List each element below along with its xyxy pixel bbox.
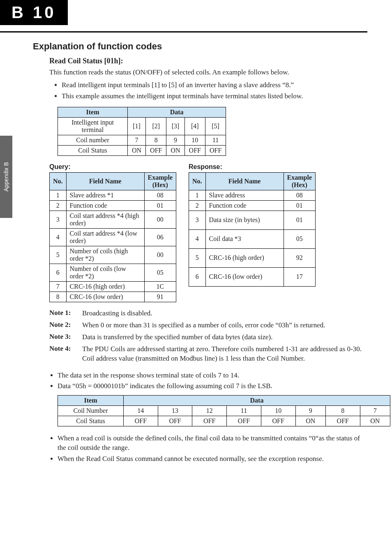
tab-letter: B	[12, 3, 26, 21]
content: Explanation of function codes Read Coil …	[33, 41, 367, 464]
cell: OFF	[205, 145, 226, 155]
bullet-item: This example assumes the intelligent inp…	[62, 92, 367, 101]
cell: [2]	[146, 117, 166, 135]
cell: 11	[205, 135, 226, 145]
cell: OFF	[184, 145, 205, 155]
cell: 13	[158, 406, 192, 416]
bullet-item: When the Read Coil Status command cannot…	[58, 454, 367, 464]
table-row: Intelligent input terminal [1] [2] [3] […	[58, 117, 226, 135]
table-header-data: Data	[124, 396, 390, 406]
cell: OFF	[261, 416, 295, 426]
query-title: Query:	[49, 163, 176, 171]
table-row: Coil Status ON OFF ON OFF OFF	[58, 145, 226, 155]
cell: 7	[128, 135, 146, 145]
table-row: 5CRC-16 (high order)92	[189, 248, 316, 267]
cell: OFF	[325, 416, 360, 426]
table-row: 6Number of coils (low order *2)05	[50, 264, 176, 281]
cell: ON	[295, 416, 325, 426]
bullet-item: Read intelligent input terminals [1] to …	[62, 81, 367, 90]
cell: 10	[184, 135, 205, 145]
cell: OFF	[146, 145, 166, 155]
note-label: Note 2:	[49, 321, 82, 330]
intro-paragraph: This function reads the status (ON/OFF) …	[49, 68, 367, 77]
cell: ON	[128, 145, 146, 155]
query-column: Query: No. Field Name Example (Hex) 1Sla…	[49, 163, 176, 302]
response-title: Response:	[189, 163, 316, 171]
col-header: No.	[50, 172, 67, 190]
table-header-item: Item	[58, 396, 124, 406]
table-row: 2Function code01	[50, 200, 176, 211]
cell: [4]	[184, 117, 205, 135]
note-text: Data is transferred by the specified num…	[82, 333, 367, 342]
row-label: Coil Status	[58, 145, 128, 155]
response-table: No. Field Name Example (Hex) 1Slave addr…	[189, 172, 316, 287]
note-row: Note 4:The PDU Coils are addressed start…	[49, 345, 367, 364]
cell: 9	[295, 406, 325, 416]
cell: OFF	[192, 416, 227, 426]
intelligent-input-table: Item Data Intelligent input terminal [1]…	[58, 107, 226, 156]
side-tab: Appendix B	[0, 136, 12, 218]
table-row: 1Slave address08	[189, 190, 316, 200]
col-header: Field Name	[66, 172, 144, 190]
coil-status-table: Item Data Coil Number 14 13 12 11 10 9 8…	[58, 395, 390, 426]
table-row: 1Slave address *108	[50, 190, 176, 200]
table-row: 3Coil start address *4 (high order)00	[50, 211, 176, 228]
cell: 9	[166, 135, 184, 145]
note-text: Broadcasting is disabled.	[82, 309, 367, 318]
row-label: Coil Status	[58, 416, 124, 426]
cell: [1]	[128, 117, 146, 135]
section-title: Explanation of function codes	[33, 41, 367, 52]
cell: 11	[227, 406, 261, 416]
cell: 10	[261, 406, 295, 416]
table-row: 7CRC-16 (high order)1C	[50, 281, 176, 292]
row-label: Coil number	[58, 135, 128, 145]
table-row: 4Coil data *305	[189, 229, 316, 248]
note-row: Note 3:Data is transferred by the specif…	[49, 333, 367, 342]
tab-number: 10	[33, 3, 56, 21]
cell: [5]	[205, 117, 226, 135]
note-label: Note 1:	[49, 309, 82, 318]
response-column: Response: No. Field Name Example (Hex) 1…	[189, 163, 316, 302]
note-text: The PDU Coils are addressed starting at …	[82, 345, 367, 364]
bullet-item: Data “05h = 00000101b” indicates the fol…	[58, 382, 367, 391]
cell: ON	[360, 416, 390, 426]
bullet-item: When a read coil is outside the defined …	[58, 434, 367, 453]
page: B 10 Appendix B Explanation of function …	[0, 0, 392, 558]
cell: ON	[166, 145, 184, 155]
subsection-title: Read Coil Status [01h]:	[49, 57, 367, 65]
page-tab: B 10	[0, 0, 68, 25]
note-text: When 0 or more than 31 is specified as a…	[82, 321, 367, 330]
table-row: 4Coil start address *4 (low order)06	[50, 228, 176, 246]
top-rule	[0, 31, 367, 32]
cell: OFF	[158, 416, 192, 426]
table-header-item: Item	[58, 107, 128, 117]
table-row: 8CRC-16 (low order)91	[50, 292, 176, 302]
table-row: 2Function code01	[189, 200, 316, 211]
query-response-row: Query: No. Field Name Example (Hex) 1Sla…	[49, 163, 367, 302]
table-header-data: Data	[128, 107, 226, 117]
intro-bullets: Read intelligent input terminals [1] to …	[62, 81, 367, 101]
table-row: Coil number 7 8 9 10 11	[58, 135, 226, 145]
side-tab-label: Appendix B	[3, 162, 9, 192]
col-header: Example (Hex)	[144, 172, 176, 190]
row-label: Intelligent input terminal	[58, 117, 128, 135]
table-row: 6CRC-16 (low order)17	[189, 267, 316, 286]
table-row: Coil Number 14 13 12 11 10 9 8 7	[58, 406, 390, 416]
col-header: Example (Hex)	[284, 172, 315, 190]
note-label: Note 3:	[49, 333, 82, 342]
cell: [3]	[166, 117, 184, 135]
notes-block: Note 1:Broadcasting is disabled. Note 2:…	[49, 309, 367, 364]
cell: OFF	[227, 416, 261, 426]
bullet-item: The data set in the response shows termi…	[58, 371, 367, 380]
row-label: Coil Number	[58, 406, 124, 416]
table-row: Coil Status OFF OFF OFF OFF OFF ON OFF O…	[58, 416, 390, 426]
cell: 8	[325, 406, 360, 416]
end-bullets: When a read coil is outside the defined …	[58, 434, 367, 464]
cell: OFF	[124, 416, 158, 426]
col-header: No.	[189, 172, 206, 190]
table-row: 3Data size (in bytes)01	[189, 211, 316, 229]
note-row: Note 2:When 0 or more than 31 is specifi…	[49, 321, 367, 330]
cell: 7	[360, 406, 390, 416]
note-row: Note 1:Broadcasting is disabled.	[49, 309, 367, 318]
table-row: 5Number of coils (high order *2)00	[50, 246, 176, 264]
